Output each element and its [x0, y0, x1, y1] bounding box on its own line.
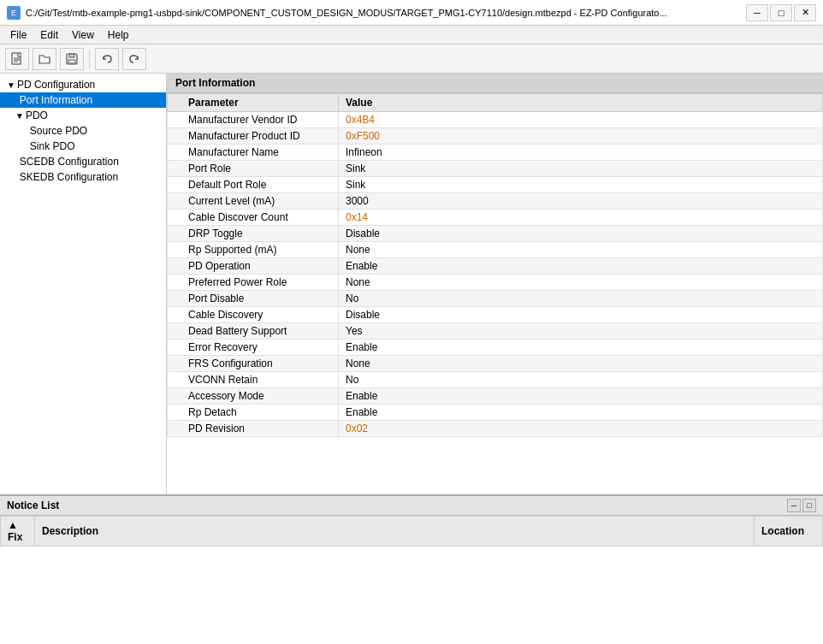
param-cell: FRS Configuration: [168, 356, 339, 372]
param-cell: Current Level (mA): [168, 193, 339, 210]
main-layout: ▼ PD Configuration Port Information ▼ PD…: [0, 74, 823, 494]
col-header-value: Value: [339, 94, 823, 112]
param-cell: Error Recovery: [168, 340, 339, 356]
arrow-scedb: [15, 157, 18, 167]
table-row: Accessory ModeEnable: [168, 388, 823, 405]
param-cell: Rp Supported (mA): [168, 242, 339, 258]
table-row: VCONN RetainNo: [168, 372, 823, 388]
table-row: Manufacturer Vendor ID0x4B4: [168, 112, 823, 128]
value-cell: 0x02: [339, 421, 823, 437]
arrow-source-pdo: [26, 127, 28, 136]
value-cell: None: [339, 356, 823, 372]
arrow-skedb: [15, 173, 18, 182]
sidebar-label-pd-config: PD Configuration: [17, 79, 95, 91]
undo-button[interactable]: [95, 48, 119, 70]
table-row: Cable DiscoveryDisable: [168, 307, 823, 323]
value-cell: Enable: [339, 388, 823, 405]
value-cell: Sink: [339, 177, 823, 193]
sidebar-item-sink-pdo[interactable]: Sink PDO: [0, 139, 166, 154]
svg-rect-5: [69, 54, 74, 57]
close-button[interactable]: ✕: [794, 4, 816, 21]
col-header-description: Description: [35, 517, 755, 547]
value-cell: Enable: [339, 340, 823, 356]
svg-rect-6: [68, 60, 75, 63]
new-button[interactable]: [5, 48, 29, 70]
save-button[interactable]: [60, 48, 84, 70]
sidebar-label-pdo: PDO: [26, 109, 48, 121]
sidebar-label-scedb-config: SCEDB Configuration: [20, 156, 119, 168]
value-cell: 0x14: [339, 210, 823, 226]
param-cell: Preferred Power Role: [168, 275, 339, 291]
table-row: Rp DetachEnable: [168, 405, 823, 421]
content-area: Port Information Parameter Value Manufac…: [167, 74, 823, 494]
bottom-panel: Notice List ─ □ ▲ Fix Description Locati…: [0, 494, 823, 644]
value-cell: 0x4B4: [339, 112, 823, 128]
sidebar-item-scedb-config[interactable]: SCEDB Configuration: [0, 154, 166, 169]
redo-button[interactable]: [122, 48, 146, 70]
minimize-button[interactable]: ─: [746, 4, 768, 21]
menu-help[interactable]: Help: [101, 27, 136, 43]
param-cell: PD Operation: [168, 258, 339, 275]
table-row: DRP ToggleDisable: [168, 226, 823, 242]
sidebar-label-skedb-config: SKEDB Configuration: [20, 171, 118, 183]
param-cell: PD Revision: [168, 421, 339, 437]
title-bar-left: E C:/Git/Test/mtb-example-pmg1-usbpd-sin…: [7, 6, 667, 20]
toolbar: [0, 44, 823, 74]
sidebar-item-pdo[interactable]: ▼ PDO: [0, 108, 166, 123]
menu-view[interactable]: View: [65, 27, 101, 43]
sidebar-item-port-info[interactable]: Port Information: [0, 92, 166, 108]
toolbar-separator-1: [89, 50, 90, 68]
value-cell: Enable: [339, 405, 823, 421]
sidebar: ▼ PD Configuration Port Information ▼ PD…: [0, 74, 167, 494]
table-row: Error RecoveryEnable: [168, 340, 823, 356]
value-cell: No: [339, 291, 823, 307]
sidebar-label-sink-pdo: Sink PDO: [30, 140, 75, 152]
notice-table-container: ▲ Fix Description Location: [0, 516, 823, 644]
panel-maximize-button[interactable]: □: [802, 499, 816, 512]
arrow-pdo: ▼: [15, 111, 24, 121]
arrow-pd-config: ▼: [7, 80, 15, 90]
table-row: Manufacturer NameInfineon: [168, 145, 823, 161]
notice-table: ▲ Fix Description Location: [0, 516, 823, 547]
value-cell: None: [339, 242, 823, 258]
sidebar-item-skedb-config[interactable]: SKEDB Configuration: [0, 169, 166, 185]
menu-file[interactable]: File: [3, 27, 33, 43]
notice-list-title: Notice List: [7, 499, 59, 511]
sidebar-item-source-pdo[interactable]: Source PDO: [0, 123, 166, 139]
param-cell: Port Disable: [168, 291, 339, 307]
param-cell: Manufacturer Name: [168, 145, 339, 161]
value-cell: None: [339, 275, 823, 291]
value-cell: 0xF500: [339, 128, 823, 145]
table-row: Manufacturer Product ID0xF500: [168, 128, 823, 145]
param-cell: Manufacturer Product ID: [168, 128, 339, 145]
value-cell: 3000: [339, 193, 823, 210]
sidebar-item-pd-config[interactable]: ▼ PD Configuration: [0, 77, 166, 92]
table-row: Dead Battery SupportYes: [168, 323, 823, 340]
value-cell: Enable: [339, 258, 823, 275]
panel-controls: ─ □: [787, 499, 816, 512]
param-cell: Cable Discover Count: [168, 210, 339, 226]
param-cell: Manufacturer Vendor ID: [168, 112, 339, 128]
notice-list-header: Notice List ─ □: [0, 496, 823, 516]
table-row: PD OperationEnable: [168, 258, 823, 275]
value-cell: Disable: [339, 307, 823, 323]
parameter-table-container: Parameter Value Manufacturer Vendor ID0x…: [167, 93, 823, 494]
table-row: Preferred Power RoleNone: [168, 275, 823, 291]
param-cell: Rp Detach: [168, 405, 339, 421]
param-cell: DRP Toggle: [168, 226, 339, 242]
table-row: FRS ConfigurationNone: [168, 356, 823, 372]
sidebar-label-port-info: Port Information: [20, 94, 92, 106]
table-row: Port RoleSink: [168, 161, 823, 177]
open-button[interactable]: [33, 48, 56, 70]
maximize-button[interactable]: □: [770, 4, 792, 21]
title-bar-controls: ─ □ ✕: [746, 4, 816, 21]
col-header-fix: ▲ Fix: [1, 517, 35, 547]
parameter-table: Parameter Value Manufacturer Vendor ID0x…: [167, 93, 823, 437]
title-bar: E C:/Git/Test/mtb-example-pmg1-usbpd-sin…: [0, 0, 823, 26]
param-cell: Accessory Mode: [168, 388, 339, 405]
param-cell: Dead Battery Support: [168, 323, 339, 340]
menu-edit[interactable]: Edit: [33, 27, 65, 43]
arrow-port-info: [15, 96, 18, 105]
table-row: Default Port RoleSink: [168, 177, 823, 193]
panel-minimize-button[interactable]: ─: [787, 499, 801, 512]
